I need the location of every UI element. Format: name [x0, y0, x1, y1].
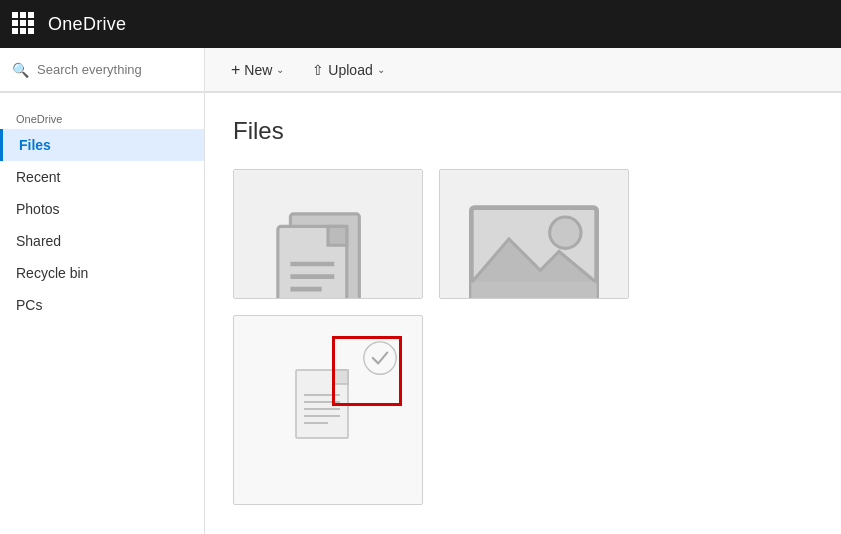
sidebar-item-photos-label: Photos	[16, 201, 60, 217]
sidebar: OneDrive Files Recent Photos Shared Recy…	[0, 93, 205, 534]
upload-chevron-icon: ⌄	[377, 64, 385, 75]
folder-tile-documents[interactable]: Documents	[233, 169, 423, 299]
header-row: 🔍 + New ⌄ ⇧ Upload ⌄	[0, 48, 841, 93]
svg-rect-7	[471, 283, 596, 299]
folder-icon-pictures	[440, 170, 628, 299]
main-layout: OneDrive Files Recent Photos Shared Recy…	[0, 93, 841, 534]
file-grid: Documents Pic	[233, 169, 813, 505]
check-circle-icon	[362, 340, 398, 376]
content-area: Files Documents	[205, 93, 841, 534]
sidebar-item-pcs-label: PCs	[16, 297, 42, 313]
file-tile-doc1[interactable]	[233, 315, 423, 505]
sidebar-item-recycle-label: Recycle bin	[16, 265, 88, 281]
check-overlay	[352, 330, 408, 386]
new-button[interactable]: + New ⌄	[221, 55, 294, 85]
toolbar: + New ⌄ ⇧ Upload ⌄	[205, 48, 841, 92]
sidebar-item-recent-label: Recent	[16, 169, 60, 185]
sidebar-item-photos[interactable]: Photos	[0, 193, 204, 225]
search-bar: 🔍	[0, 48, 205, 92]
upload-label: Upload	[328, 62, 372, 78]
sidebar-item-files[interactable]: Files	[0, 129, 204, 161]
new-label: New	[244, 62, 272, 78]
svg-point-14	[364, 342, 396, 374]
sidebar-item-shared[interactable]: Shared	[0, 225, 204, 257]
sidebar-item-pcs[interactable]: PCs	[0, 289, 204, 321]
plus-icon: +	[231, 61, 240, 79]
upload-icon: ⇧	[312, 62, 324, 78]
folder-tile-pictures[interactable]: Pictures	[439, 169, 629, 299]
topbar: OneDrive	[0, 0, 841, 48]
new-chevron-icon: ⌄	[276, 64, 284, 75]
sidebar-item-shared-label: Shared	[16, 233, 61, 249]
sidebar-section-label: OneDrive	[0, 101, 204, 129]
upload-button[interactable]: ⇧ Upload ⌄	[302, 56, 394, 84]
search-icon: 🔍	[12, 62, 29, 78]
sidebar-item-recent[interactable]: Recent	[0, 161, 204, 193]
svg-point-6	[550, 217, 581, 248]
search-input[interactable]	[37, 62, 192, 77]
sidebar-item-files-label: Files	[19, 137, 51, 153]
folder-icon-documents	[234, 170, 422, 299]
sidebar-item-recycle[interactable]: Recycle bin	[0, 257, 204, 289]
waffle-icon[interactable]	[12, 12, 36, 36]
app-title: OneDrive	[48, 14, 126, 35]
page-title: Files	[233, 117, 813, 145]
